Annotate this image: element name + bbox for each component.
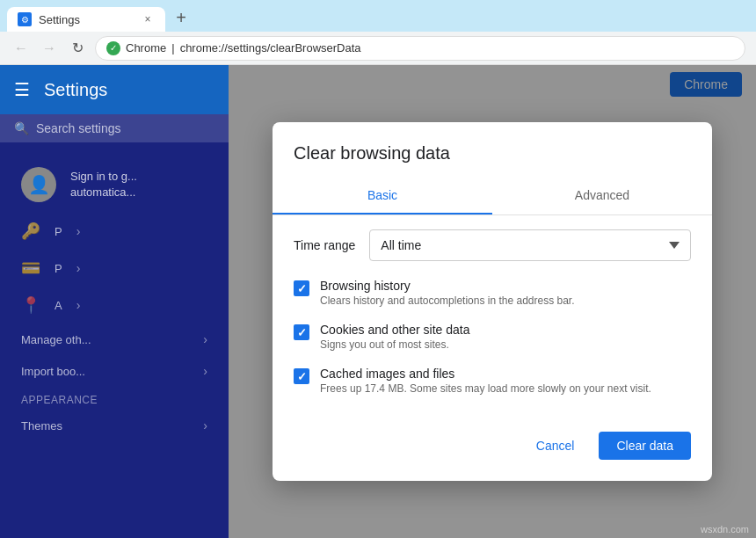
browsing-history-text: Browsing history Clears history and auto… [320,279,575,307]
cookies-desc: Signs you out of most sites. [320,338,469,351]
key-icon: 🔑 [21,222,40,241]
chevron-right-icon: › [203,418,207,433]
address-bar[interactable]: ✓ Chrome | chrome://settings/clearBrowse… [95,36,745,61]
search-placeholder: Search settings [36,121,121,135]
back-button[interactable]: ← [11,38,32,59]
sidebar-item-label: P [55,225,62,238]
sidebar-item-payments[interactable]: 💳 P › [0,250,229,287]
cookies-checkbox[interactable]: ✓ [294,324,309,340]
time-range-row: Time range All time Last hour Last 24 ho… [294,229,691,261]
browser-titlebar: ⚙ Settings × + [0,0,756,32]
refresh-button[interactable]: ↻ [67,38,88,59]
sidebar: ☰ Settings 🔍 Search settings 👤 Sign in t… [0,65,229,538]
address-site: Chrome [126,41,166,55]
secure-icon: ✓ [106,41,120,55]
appearance-section-label: Appearance [0,387,229,410]
time-range-select[interactable]: All time Last hour Last 24 hours Last 7 … [369,229,691,261]
sidebar-link-manage[interactable]: Manage oth... › [0,324,229,355]
clear-browsing-dialog: Clear browsing data Basic Advanced Time … [273,122,712,481]
cache-text: Cached images and files Frees up 17.4 MB… [320,367,651,395]
checkbox-item-cache: ✓ Cached images and files Frees up 17.4 … [294,367,691,395]
address-url: chrome://settings/clearBrowserData [180,41,361,55]
chevron-right-icon: › [203,364,207,378]
sidebar-item-addresses[interactable]: 📍 A › [0,287,229,324]
checkbox-item-cookies: ✓ Cookies and other site data Signs you … [294,323,691,351]
time-range-label: Time range [294,238,355,252]
profile-text: Sign in to g... automatica... [70,169,137,200]
search-icon: 🔍 [14,121,29,135]
browsing-history-title: Browsing history [320,279,575,293]
dialog-body: Time range All time Last hour Last 24 ho… [273,229,712,395]
search-box[interactable]: 🔍 Search settings [0,114,229,142]
cache-desc: Frees up 17.4 MB. Some sites may load mo… [320,382,651,395]
cancel-button[interactable]: Cancel [522,432,589,460]
address-bar-row: ← → ↻ ✓ Chrome | chrome://settings/clear… [0,32,756,65]
sidebar-item-label: P [55,262,62,275]
address-separator: | [171,41,174,55]
profile-section: 👤 Sign in to g... automatica... [0,156,229,213]
check-icon: ✓ [297,326,307,339]
dialog-tabs: Basic Advanced [273,178,712,215]
modal-overlay: Clear browsing data Basic Advanced Time … [229,65,756,538]
dialog-title: Clear browsing data [273,122,712,178]
forward-button[interactable]: → [39,38,60,59]
hamburger-icon[interactable]: ☰ [14,79,30,100]
tab-close-button[interactable]: × [141,12,155,26]
clear-data-button[interactable]: Clear data [599,432,691,460]
avatar: 👤 [21,167,56,202]
settings-page: ☰ Settings 🔍 Search settings 👤 Sign in t… [0,65,756,538]
dialog-footer: Cancel Clear data [273,411,712,460]
sidebar-link-label: Manage oth... [21,333,91,346]
profile-line1: Sign in to g... [70,169,137,185]
tab-advanced[interactable]: Advanced [492,178,712,214]
tab-basic[interactable]: Basic [273,178,492,214]
sidebar-header: ☰ Settings [0,65,229,114]
browsing-history-desc: Clears history and autocompletions in th… [320,294,575,307]
cookies-title: Cookies and other site data [320,323,469,337]
sidebar-content: 👤 Sign in to g... automatica... 🔑 P › 💳 … [0,142,229,455]
sidebar-link-import[interactable]: Import boo... › [0,355,229,387]
check-icon: ✓ [297,282,307,295]
settings-favicon: ⚙ [18,12,32,26]
card-icon: 💳 [21,258,40,278]
cache-checkbox[interactable]: ✓ [294,368,309,384]
sidebar-link-label: Import boo... [21,365,85,378]
chevron-right-icon: › [76,298,81,312]
check-icon: ✓ [297,370,307,383]
profile-line2: automatica... [70,185,137,200]
browser-tab[interactable]: ⚙ Settings × [7,7,165,32]
themes-label: Themes [21,419,62,433]
browsing-history-checkbox[interactable]: ✓ [294,280,309,296]
cookies-text: Cookies and other site data Signs you ou… [320,323,469,351]
sidebar-link-themes[interactable]: Themes › [0,410,229,441]
sidebar-item-passwords[interactable]: 🔑 P › [0,213,229,250]
watermark: wsxdn.com [701,524,749,534]
chevron-right-icon: › [203,332,207,346]
cache-title: Cached images and files [320,367,651,381]
sidebar-item-label: A [55,299,62,312]
chevron-right-icon: › [76,261,81,275]
main-content: Chrome Clear browsing data Basic Advance… [229,65,756,538]
checkbox-item-history: ✓ Browsing history Clears history and au… [294,279,691,307]
sidebar-title: Settings [44,80,107,100]
tab-label: Settings [39,13,80,26]
chevron-right-icon: › [76,224,81,238]
new-tab-button[interactable]: + [169,5,193,30]
location-icon: 📍 [21,295,40,315]
